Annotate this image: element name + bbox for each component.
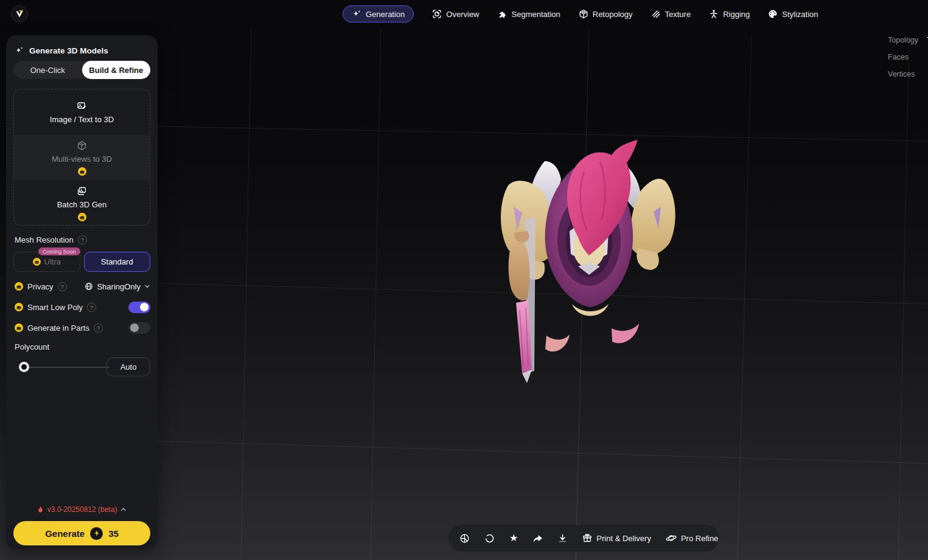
privacy-label: Privacy — [27, 282, 54, 291]
generate-credits: 35 — [108, 528, 119, 539]
tab-overview[interactable]: Overview — [432, 9, 479, 19]
print-delivery-label: Print & Delivery — [596, 534, 651, 543]
sparkles-icon — [352, 9, 361, 19]
image-edit-icon — [77, 101, 87, 111]
resolution-ultra-button[interactable]: Coming Soon Ultra — [13, 252, 80, 272]
polycount-label: Polycount — [15, 342, 49, 351]
tab-generation[interactable]: Generation — [343, 5, 414, 22]
sparkles-icon — [15, 46, 24, 55]
mesh-resolution-label-row: Mesh Resolution ? — [15, 235, 87, 244]
palette-icon — [768, 9, 778, 19]
privacy-setting-row: Privacy ? SharingOnly — [15, 281, 150, 292]
panel-title-row: Generate 3D Models — [15, 43, 108, 58]
tab-label: Retopology — [593, 10, 633, 19]
tab-label: Stylization — [782, 10, 818, 19]
help-icon[interactable]: ? — [94, 323, 103, 333]
smart-low-poly-label: Smart Low Poly — [27, 303, 83, 312]
tab-segmentation[interactable]: Segmentation — [498, 9, 560, 19]
resolution-label: Ultra — [44, 257, 61, 266]
tab-label: Segmentation — [512, 10, 560, 19]
tab-stylization[interactable]: Stylization — [768, 9, 818, 19]
premium-crown-icon — [33, 258, 41, 266]
privacy-value: SharingOnly — [97, 282, 141, 291]
stacked-images-icon — [77, 186, 87, 196]
premium-crown-icon — [15, 323, 23, 332]
generate-button[interactable]: Generate 35 — [13, 521, 150, 545]
tab-label: Overview — [446, 10, 479, 19]
polycount-slider-row: Auto — [13, 358, 150, 376]
viewer-toolbar: ★ Print & Delivery Pro Refine — [448, 525, 719, 551]
resolution-label: Standard — [101, 257, 133, 266]
help-icon[interactable]: ? — [87, 303, 96, 312]
wireframe-cube-icon — [579, 9, 588, 19]
stat-vertices: Vertices — [888, 70, 923, 78]
version-selector[interactable]: v3.0-20250812 (beta) — [6, 505, 158, 514]
generate-label: Generate — [45, 528, 85, 539]
premium-crown-icon — [15, 282, 23, 291]
rotate-icon[interactable] — [484, 533, 495, 544]
mode-tabs: Generation Overview Segmentation Retopol… — [343, 5, 818, 23]
toggle-knob — [140, 303, 148, 311]
planet-icon — [666, 533, 677, 543]
panel-title: Generate 3D Models — [29, 46, 108, 55]
help-icon[interactable]: ? — [58, 282, 67, 291]
toggle-knob — [130, 323, 139, 332]
tab-retopology[interactable]: Retopology — [579, 9, 633, 19]
gen-mode-label: Image / Text to 3D — [50, 115, 114, 124]
tripo-v-logo-icon — [14, 9, 25, 19]
polycount-auto-button[interactable]: Auto — [106, 358, 150, 376]
auto-label: Auto — [120, 362, 137, 372]
print-delivery-button[interactable]: Print & Delivery — [582, 533, 651, 543]
tab-rigging[interactable]: Rigging — [709, 9, 750, 19]
stat-faces: Faces — [888, 53, 917, 61]
chevron-up-icon — [120, 507, 127, 512]
multiview-box-icon — [77, 140, 87, 151]
tab-texture[interactable]: Texture — [651, 9, 691, 19]
share-icon[interactable] — [532, 533, 543, 544]
generation-mode-list: Image / Text to 3D Multi-views to 3D Bat… — [13, 89, 150, 226]
stat-label: Vertices — [888, 70, 915, 78]
mode-toggle: One-Click Build & Refine — [13, 61, 150, 79]
gen-mode-multi-views-to-3d[interactable]: Multi-views to 3D — [14, 135, 150, 181]
gift-icon — [582, 533, 592, 543]
privacy-dropdown[interactable]: SharingOnly — [85, 282, 150, 291]
stat-label: Topology — [888, 36, 918, 44]
pro-refine-label: Pro Refine — [681, 534, 718, 543]
model-3d-preview[interactable] — [487, 128, 688, 389]
mode-label: One-Click — [30, 66, 65, 75]
tab-label: Rigging — [723, 10, 750, 19]
mode-build-refine[interactable]: Build & Refine — [82, 61, 151, 79]
generate-in-parts-row: Generate in Parts ? — [15, 322, 150, 333]
download-icon[interactable] — [557, 533, 568, 544]
flame-icon — [37, 506, 44, 514]
tab-label: Generation — [366, 10, 405, 19]
tab-label: Texture — [665, 10, 691, 19]
scene-sphere-icon[interactable] — [459, 533, 470, 544]
polycount-slider-knob[interactable] — [19, 362, 29, 372]
premium-crown-icon — [78, 213, 86, 221]
pro-refine-button[interactable]: Pro Refine — [666, 533, 718, 543]
puzzle-icon — [498, 9, 508, 19]
mode-label: Build & Refine — [89, 66, 143, 75]
help-icon[interactable]: ? — [78, 235, 87, 244]
generate-in-parts-label: Generate in Parts — [27, 323, 89, 333]
polycount-label-row: Polycount — [15, 342, 49, 351]
bolt-icon — [90, 527, 103, 540]
stat-label: Faces — [888, 53, 909, 61]
mode-one-click[interactable]: One-Click — [13, 61, 82, 79]
gen-mode-batch-3d-gen[interactable]: Batch 3D Gen — [14, 181, 150, 226]
top-navigation: Generation Overview Segmentation Retopol… — [0, 0, 928, 28]
mesh-resolution-options: Coming Soon Ultra Standard — [13, 252, 150, 272]
hatch-icon — [651, 9, 661, 19]
resolution-standard-button[interactable]: Standard — [84, 252, 151, 272]
figure-icon — [709, 9, 719, 19]
app-logo[interactable] — [11, 5, 28, 22]
polycount-slider-track[interactable] — [24, 367, 110, 368]
gen-mode-image-text-to-3d[interactable]: Image / Text to 3D — [14, 89, 150, 135]
generation-panel: Generate 3D Models One-Click Build & Ref… — [6, 35, 158, 549]
gen-mode-label: Batch 3D Gen — [57, 200, 107, 209]
smart-low-poly-toggle[interactable] — [128, 302, 150, 313]
generate-in-parts-toggle[interactable] — [128, 322, 150, 334]
favorite-star-icon[interactable]: ★ — [509, 533, 518, 544]
coming-soon-badge: Coming Soon — [38, 247, 80, 255]
